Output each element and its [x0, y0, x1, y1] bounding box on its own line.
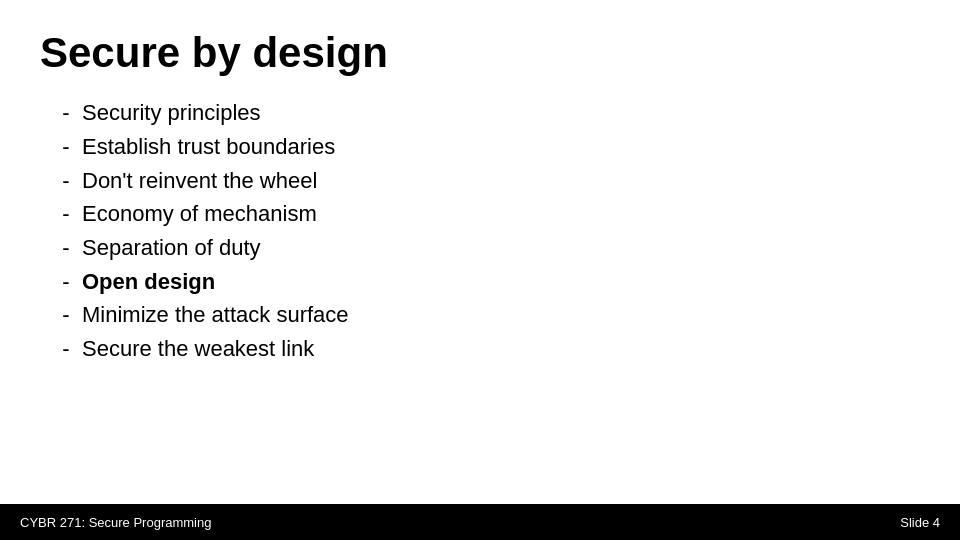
bullet-text: Security principles: [82, 98, 261, 128]
list-item: -Establish trust boundaries: [60, 130, 920, 164]
footer-slide-number: Slide 4: [900, 515, 940, 530]
bullet-dash-icon: -: [60, 199, 72, 229]
bullet-text: Establish trust boundaries: [82, 132, 335, 162]
list-item: -Economy of mechanism: [60, 197, 920, 231]
slide: Secure by design -Security principles-Es…: [0, 0, 960, 540]
slide-footer: CYBR 271: Secure Programming Slide 4: [0, 504, 960, 540]
footer-course: CYBR 271: Secure Programming: [20, 515, 211, 530]
list-item: -Minimize the attack surface: [60, 298, 920, 332]
list-item: -Secure the weakest link: [60, 332, 920, 366]
bullet-text: Open design: [82, 267, 215, 297]
bullet-dash-icon: -: [60, 98, 72, 128]
bullet-text: Separation of duty: [82, 233, 261, 263]
bullet-dash-icon: -: [60, 334, 72, 364]
bullet-text: Secure the weakest link: [82, 334, 314, 364]
list-item: -Open design: [60, 265, 920, 299]
list-item: -Don't reinvent the wheel: [60, 164, 920, 198]
bullet-list: -Security principles-Establish trust bou…: [60, 96, 920, 366]
bullet-dash-icon: -: [60, 300, 72, 330]
bullet-dash-icon: -: [60, 233, 72, 263]
bullet-text: Don't reinvent the wheel: [82, 166, 317, 196]
bullet-dash-icon: -: [60, 267, 72, 297]
list-item: -Security principles: [60, 96, 920, 130]
bullet-dash-icon: -: [60, 166, 72, 196]
bullet-dash-icon: -: [60, 132, 72, 162]
slide-title: Secure by design: [40, 30, 920, 76]
list-item: -Separation of duty: [60, 231, 920, 265]
bullet-text: Economy of mechanism: [82, 199, 317, 229]
bullet-text: Minimize the attack surface: [82, 300, 349, 330]
